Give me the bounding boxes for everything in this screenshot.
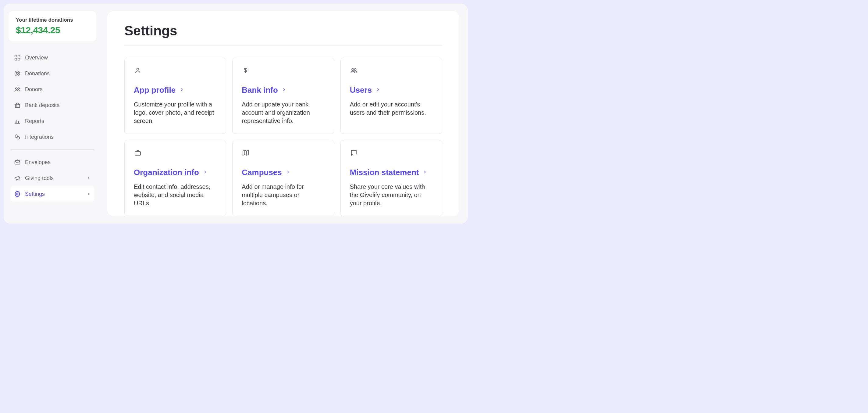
lifetime-donations-card: Your lifetime donations $12,434.25 — [8, 11, 96, 41]
chevron-right-icon — [87, 176, 91, 180]
heart-circle-icon — [14, 70, 21, 77]
chevron-right-icon — [87, 192, 91, 196]
nav-integrations[interactable]: Integrations — [10, 129, 94, 145]
envelope-icon — [14, 159, 21, 166]
settings-card-grid: App profile Customize your profile with … — [124, 58, 442, 216]
chevron-right-icon — [203, 170, 208, 176]
card-title-row: App profile — [134, 85, 217, 95]
card-desc: Edit contact info, addresses, website, a… — [134, 183, 217, 207]
bank-icon — [14, 102, 21, 109]
card-title: App profile — [134, 85, 176, 95]
grid-icon — [14, 54, 21, 61]
app-frame: Your lifetime donations $12,434.25 Overv… — [4, 4, 468, 224]
nav-divider — [10, 149, 94, 150]
nav-label: Giving tools — [25, 175, 54, 181]
nav-label: Donations — [25, 70, 50, 77]
gear-icon — [14, 190, 21, 197]
title-divider — [124, 45, 442, 46]
card-organization-info[interactable]: Organization info Edit contact info, add… — [124, 140, 226, 216]
card-desc: Share your core values with the Givelify… — [350, 183, 433, 207]
nav-settings[interactable]: Settings — [10, 186, 94, 202]
card-title: Bank info — [242, 85, 278, 95]
card-desc: Add or manage info for multiple campuses… — [242, 183, 324, 207]
card-desc: Add or update your bank account and orga… — [242, 100, 324, 125]
nav-label: Overview — [25, 55, 48, 61]
card-desc: Add or edit your account's users and the… — [350, 100, 433, 117]
nav-label: Integrations — [25, 134, 54, 140]
card-title-row: Bank info — [242, 85, 324, 95]
nav-envelopes[interactable]: Envelopes — [10, 155, 94, 170]
card-users[interactable]: Users Add or edit your account's users a… — [340, 58, 442, 134]
card-desc: Customize your profile with a logo, cove… — [134, 100, 217, 125]
card-title-row: Users — [350, 85, 433, 95]
nav-reports[interactable]: Reports — [10, 114, 94, 129]
lifetime-donations-label: Your lifetime donations — [16, 17, 89, 23]
nav-giving-tools[interactable]: Giving tools — [10, 171, 94, 186]
megaphone-icon — [14, 175, 21, 181]
card-title-row: Mission statement — [350, 168, 433, 177]
bar-chart-icon — [14, 118, 21, 124]
chevron-right-icon — [282, 87, 286, 93]
card-title: Users — [350, 85, 372, 95]
card-title-row: Campuses — [242, 168, 324, 177]
lifetime-donations-amount: $12,434.25 — [16, 25, 89, 35]
users-icon — [14, 86, 21, 93]
page-title: Settings — [124, 23, 442, 38]
card-mission-statement[interactable]: Mission statement Share your core values… — [340, 140, 442, 216]
primary-nav: Overview Donations Donors Bank deposits … — [8, 50, 96, 145]
chevron-right-icon — [375, 87, 380, 93]
card-campuses[interactable]: Campuses Add or manage info for multiple… — [232, 140, 334, 216]
card-title: Organization info — [134, 168, 199, 177]
person-icon — [134, 66, 142, 75]
card-title-row: Organization info — [134, 168, 217, 177]
chevron-right-icon — [423, 170, 427, 176]
nav-label: Donors — [25, 86, 43, 93]
card-app-profile[interactable]: App profile Customize your profile with … — [124, 58, 226, 134]
chat-icon — [350, 149, 358, 157]
settings-panel: Settings App profile Customize your prof… — [107, 11, 459, 216]
nav-bank-deposits[interactable]: Bank deposits — [10, 98, 94, 113]
map-icon — [242, 149, 250, 157]
nav-label: Settings — [25, 191, 45, 197]
nav-donors[interactable]: Donors — [10, 82, 94, 97]
link-circles-icon — [14, 134, 21, 140]
nav-label: Envelopes — [25, 159, 51, 166]
card-title: Campuses — [242, 168, 282, 177]
dollar-icon — [242, 66, 250, 75]
chevron-right-icon — [286, 170, 290, 176]
nav-label: Bank deposits — [25, 102, 59, 109]
nav-label: Reports — [25, 118, 44, 124]
briefcase-icon — [134, 149, 142, 157]
card-bank-info[interactable]: Bank info Add or update your bank accoun… — [232, 58, 334, 134]
nav-donations[interactable]: Donations — [10, 66, 94, 81]
card-title: Mission statement — [350, 168, 419, 177]
nav-overview[interactable]: Overview — [10, 50, 94, 65]
sidebar: Your lifetime donations $12,434.25 Overv… — [4, 4, 101, 224]
users-icon — [350, 66, 358, 75]
main-content: Settings App profile Customize your prof… — [101, 4, 468, 224]
chevron-right-icon — [179, 87, 184, 93]
secondary-nav: Envelopes Giving tools Settings — [8, 155, 96, 202]
